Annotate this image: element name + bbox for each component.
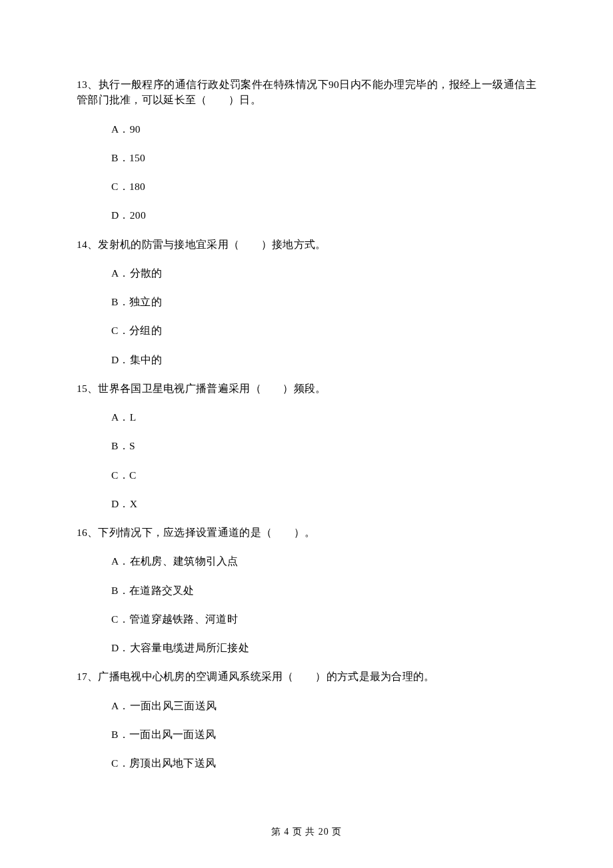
option-d: D．集中的 (111, 352, 536, 367)
option-a: A．一面出风三面送风 (111, 698, 536, 713)
question-text: 15、世界各国卫星电视广播普遍采用（ ）频段。 (77, 381, 536, 396)
page-footer: 第 4 页 共 20 页 (0, 825, 613, 839)
question-14: 14、发射机的防雷与接地宜采用（ ）接地方式。 A．分散的 B．独立的 C．分组… (77, 237, 536, 367)
option-c: C．C (111, 467, 536, 483)
question-text: 13、执行一般程序的通信行政处罚案件在特殊情况下90日内不能办理完毕的，报经上一… (77, 77, 536, 108)
option-b: B．独立的 (111, 294, 536, 309)
option-c: C．房顶出风地下送风 (111, 755, 536, 771)
option-list: A．一面出风三面送风 B．一面出风一面送风 C．房顶出风地下送风 (77, 698, 536, 771)
question-text: 17、广播电视中心机房的空调通风系统采用（ ）的方式是最为合理的。 (77, 669, 536, 684)
question-13: 13、执行一般程序的通信行政处罚案件在特殊情况下90日内不能办理完毕的，报经上一… (77, 77, 536, 223)
option-b: B．150 (111, 150, 536, 165)
question-15: 15、世界各国卫星电视广播普遍采用（ ）频段。 A．L B．S C．C D．X (77, 381, 536, 511)
option-a: A．L (111, 409, 536, 425)
option-c: C．管道穿越铁路、河道时 (111, 611, 536, 627)
option-d: D．大容量电缆进局所汇接处 (111, 640, 536, 655)
question-16: 16、下列情况下，应选择设置通道的是（ ）。 A．在机房、建筑物引入点 B．在道… (77, 525, 536, 655)
question-text: 14、发射机的防雷与接地宜采用（ ）接地方式。 (77, 237, 536, 252)
option-d: D．X (111, 496, 536, 511)
option-list: A．在机房、建筑物引入点 B．在道路交叉处 C．管道穿越铁路、河道时 D．大容量… (77, 553, 536, 655)
option-a: A．在机房、建筑物引入点 (111, 553, 536, 569)
option-b: B．一面出风一面送风 (111, 727, 536, 742)
option-list: A．L B．S C．C D．X (77, 409, 536, 511)
option-list: A．分散的 B．独立的 C．分组的 D．集中的 (77, 265, 536, 367)
option-a: A．分散的 (111, 265, 536, 281)
option-c: C．分组的 (111, 323, 536, 338)
option-b: B．S (111, 438, 536, 453)
document-page: 13、执行一般程序的通信行政处罚案件在特殊情况下90日内不能办理完毕的，报经上一… (0, 0, 613, 868)
option-c: C．180 (111, 179, 536, 194)
option-d: D．200 (111, 207, 536, 223)
question-text: 16、下列情况下，应选择设置通道的是（ ）。 (77, 525, 536, 540)
question-17: 17、广播电视中心机房的空调通风系统采用（ ）的方式是最为合理的。 A．一面出风… (77, 669, 536, 771)
option-list: A．90 B．150 C．180 D．200 (77, 121, 536, 223)
option-a: A．90 (111, 121, 536, 137)
option-b: B．在道路交叉处 (111, 583, 536, 598)
